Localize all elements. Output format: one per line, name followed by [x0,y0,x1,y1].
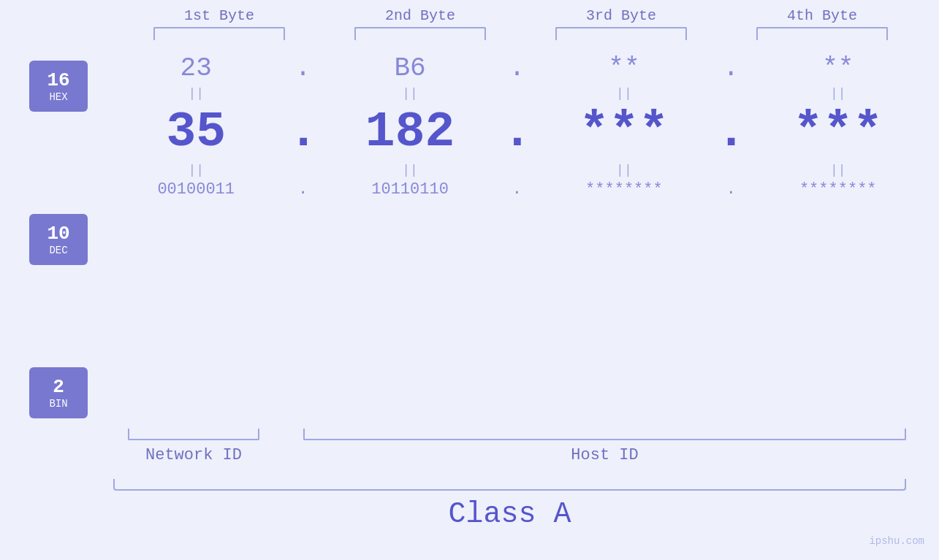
dec-dot3: . [716,104,745,160]
bin-dot3: . [716,180,745,199]
hex-number: 16 [47,69,69,91]
eq6: || [330,163,490,177]
values-section: 23 . B6 . ** . ** [95,53,939,199]
bin-b3: ******** [544,180,704,199]
host-bottom-bracket [303,429,906,440]
class-a-label: Class A [113,498,906,531]
bottom-brackets-row: Network ID Host ID [113,429,906,464]
byte2-header: 2nd Byte [340,7,501,24]
hex-dot3: . [716,53,745,83]
network-bottom-bracket [128,429,259,440]
dec-b1: 35 [115,104,276,160]
main-container: 1st Byte 2nd Byte 3rd Byte 4th Byte 16 H… [0,0,939,560]
network-bracket-group: Network ID [113,429,274,464]
hex-values-row: 23 . B6 . ** . ** [95,53,939,83]
hex-b2: B6 [330,53,490,83]
hex-b1: 23 [115,53,276,83]
full-bottom-bracket: Class A [113,479,910,531]
hex-b3: ** [544,53,704,83]
equals-row-2: || || || || [95,160,939,180]
eq8: || [758,163,919,177]
hex-dot2: . [502,53,531,83]
top-bracket-2 [354,27,486,40]
dec-b2: 182 [330,104,490,160]
bin-b4: ******** [758,180,919,199]
top-bracket-4 [756,27,888,40]
top-bracket-3 [555,27,687,40]
bin-label: BIN [49,398,67,410]
bottom-area: Network ID Host ID Class A [0,429,939,531]
bin-values-row: 00100011 . 10110110 . ******** . [95,180,939,199]
byte1-header: 1st Byte [139,7,300,24]
dec-b4: *** [758,104,919,160]
bin-dot2: . [502,180,531,199]
bin-dot1: . [289,180,318,199]
class-bracket [113,479,906,491]
bin-badge: 2 BIN [29,367,88,418]
dec-number: 10 [47,223,69,245]
hex-label: HEX [49,91,67,103]
bin-b1: 00100011 [115,180,276,199]
eq1: || [115,86,276,101]
eq5: || [115,163,276,177]
base-labels-column: 16 HEX 10 DEC 2 BIN [29,61,88,418]
hex-b4: ** [758,53,919,83]
dec-b3: *** [544,104,704,160]
main-data-area: 16 HEX 10 DEC 2 BIN 23 . [0,53,939,418]
dec-badge: 10 DEC [29,214,88,265]
host-bracket-group: Host ID [303,429,906,464]
network-id-label: Network ID [145,446,242,464]
byte-headers-row: 1st Byte 2nd Byte 3rd Byte 4th Byte [119,7,923,24]
eq7: || [544,163,704,177]
dec-dot1: . [289,104,318,160]
watermark: ipshu.com [869,535,924,547]
top-bracket-1 [153,27,285,40]
bin-number: 2 [53,376,64,398]
eq2: || [330,86,490,101]
host-id-label: Host ID [303,446,906,464]
dec-values-row: 35 . 182 . *** . *** [95,104,939,160]
hex-badge: 16 HEX [29,61,88,112]
dec-dot2: . [502,104,531,160]
equals-row-1: || || || || [95,83,939,104]
dec-label: DEC [49,245,67,256]
eq3: || [544,86,704,101]
byte3-header: 3rd Byte [541,7,702,24]
bin-b2: 10110110 [330,180,490,199]
byte4-header: 4th Byte [742,7,902,24]
top-brackets [119,27,923,40]
eq4: || [758,86,919,101]
hex-dot1: . [289,53,318,83]
